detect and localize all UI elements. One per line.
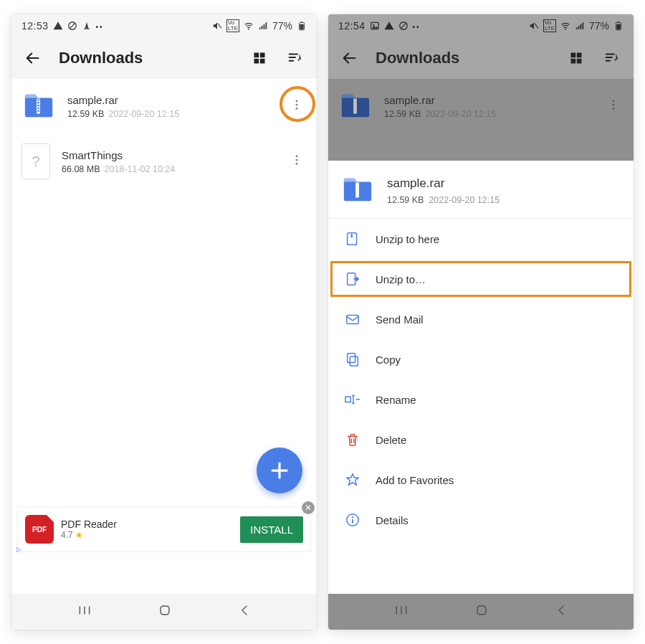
ad-install-button[interactable]: INSTALL <box>240 516 303 543</box>
screenshot-left: 12:53 VoLTE 77% Downloads <box>11 14 317 630</box>
fab-add-button[interactable] <box>257 448 302 493</box>
file-name: sample.rar <box>384 94 592 106</box>
star-icon <box>344 471 361 488</box>
ad-close-button[interactable]: ✕ <box>302 501 315 514</box>
svg-rect-29 <box>571 53 576 58</box>
svg-point-45 <box>352 516 353 518</box>
back-button[interactable] <box>22 47 44 70</box>
no-sign-icon <box>67 21 77 31</box>
app-bar: Downloads <box>11 37 317 79</box>
view-grid-button[interactable] <box>248 47 271 70</box>
nav-back-button[interactable] <box>555 604 568 620</box>
ad-banner[interactable]: ▷ PDF PDF Reader 4.7 ★ INSTALL ✕ <box>17 506 311 552</box>
file-row[interactable]: ? SmartThings 66.08 MB2018-11-02 10:24 <box>11 133 317 189</box>
menu-label: Rename <box>376 394 416 406</box>
nav-home-button[interactable] <box>474 603 489 620</box>
svg-point-25 <box>565 29 566 30</box>
menu-copy[interactable]: Copy <box>328 339 634 379</box>
file-menu-button[interactable] <box>287 98 307 114</box>
menu-unzip-here[interactable]: Unzip to here <box>328 219 634 259</box>
no-sign-icon <box>398 21 408 31</box>
status-clock: 12:54 <box>338 20 366 32</box>
system-nav-bar <box>328 594 634 630</box>
ad-title: PDF Reader <box>61 518 117 530</box>
svg-rect-47 <box>477 606 486 615</box>
svg-rect-46 <box>352 519 353 524</box>
menu-label: Delete <box>376 434 406 446</box>
sort-button[interactable] <box>284 47 307 70</box>
back-arrow-icon <box>342 50 358 66</box>
svg-point-35 <box>613 104 615 106</box>
svg-point-36 <box>613 108 615 110</box>
menu-send-mail[interactable]: Send Mail <box>328 299 634 339</box>
svg-point-15 <box>296 108 298 110</box>
nav-recents-button[interactable] <box>394 605 408 619</box>
rename-icon <box>344 391 361 408</box>
screenshot-right: 12:54 VoLTE 77% Downloads <box>328 14 634 630</box>
nav-home-button[interactable] <box>158 603 172 620</box>
unknown-file-icon: ? <box>22 143 50 179</box>
svg-line-24 <box>535 24 538 29</box>
svg-rect-37 <box>355 182 359 197</box>
file-meta: 66.08 MB2018-11-02 10:24 <box>62 164 275 174</box>
archive-icon <box>338 89 373 123</box>
more-status-icon <box>96 20 104 32</box>
svg-rect-43 <box>345 397 350 402</box>
wifi-icon <box>244 21 254 31</box>
copy-icon <box>344 351 361 368</box>
signal-icon <box>575 21 585 31</box>
archive-icon <box>22 89 56 123</box>
grid-icon <box>252 51 267 65</box>
svg-point-14 <box>296 104 298 106</box>
warning-icon <box>384 21 394 31</box>
sheet-file-meta: 12.59 KB 2022-09-20 12:15 <box>387 195 500 205</box>
svg-rect-11 <box>260 59 265 64</box>
menu-details[interactable]: Details <box>328 500 634 540</box>
svg-rect-2 <box>83 29 89 29</box>
menu-rename[interactable]: Rename <box>328 379 634 420</box>
svg-rect-27 <box>616 24 620 29</box>
wifi-icon <box>560 21 570 31</box>
menu-add-favorite[interactable]: Add to Favorites <box>328 460 634 500</box>
sort-button[interactable] <box>601 47 624 70</box>
file-name: sample.rar <box>67 94 275 106</box>
file-row[interactable]: sample.rar 12.59 KB2022-09-20 12:15 <box>11 79 317 133</box>
unzip-to-icon <box>344 270 361 288</box>
battery-text: 77% <box>589 20 609 32</box>
more-status-icon <box>413 20 421 32</box>
mute-icon <box>212 21 222 31</box>
svg-point-17 <box>296 159 298 161</box>
menu-unzip-to[interactable]: Unzip to… <box>328 259 634 299</box>
svg-rect-33 <box>353 98 357 113</box>
sheet-header: sample.rar 12.59 KB 2022-09-20 12:15 <box>328 161 634 219</box>
nav-recents-button[interactable] <box>77 605 92 619</box>
svg-rect-19 <box>161 606 169 615</box>
file-name: SmartThings <box>62 149 275 161</box>
menu-label: Details <box>376 514 408 526</box>
back-button[interactable] <box>338 47 361 70</box>
svg-point-34 <box>613 100 615 102</box>
svg-rect-8 <box>254 53 259 58</box>
status-bar: 12:54 VoLTE 77% <box>328 14 634 37</box>
svg-rect-30 <box>577 53 582 58</box>
more-vert-icon <box>290 153 303 166</box>
app-bar: Downloads <box>328 37 634 79</box>
svg-rect-9 <box>260 53 265 58</box>
menu-label: Unzip to here <box>376 233 439 245</box>
page-title: Downloads <box>376 49 459 67</box>
view-grid-button[interactable] <box>565 47 588 70</box>
warning-icon <box>53 21 63 31</box>
svg-rect-28 <box>618 22 619 22</box>
archive-icon <box>341 174 376 208</box>
file-menu-button[interactable] <box>287 153 307 169</box>
more-vert-icon <box>290 98 303 111</box>
battery-icon <box>613 21 624 31</box>
file-row: sample.rar 12.59 KB2022-09-20 12:15 <box>328 79 634 133</box>
svg-rect-31 <box>571 59 576 64</box>
system-nav-bar <box>11 594 317 630</box>
menu-label: Send Mail <box>376 313 424 326</box>
nav-back-button[interactable] <box>238 604 251 620</box>
svg-point-4 <box>248 29 249 30</box>
menu-delete[interactable]: Delete <box>328 420 634 460</box>
file-list: sample.rar 12.59 KB2022-09-20 12:15 ? Sm… <box>11 79 317 594</box>
